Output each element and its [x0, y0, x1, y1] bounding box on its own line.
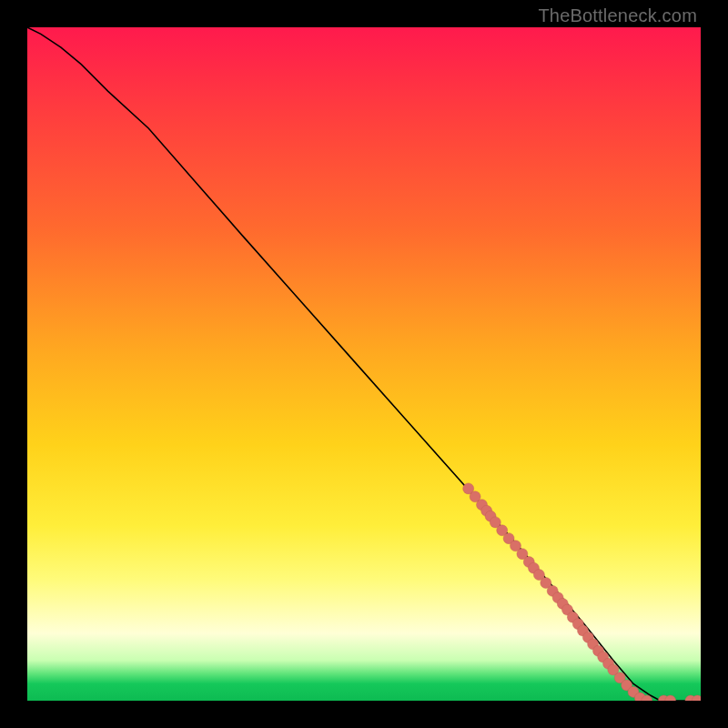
plot-area: [27, 27, 701, 701]
chart-frame: TheBottleneck.com: [0, 0, 728, 728]
chart-svg: [27, 27, 701, 701]
watermark-text: TheBottleneck.com: [538, 5, 697, 26]
curve-line: [27, 27, 701, 701]
marker-group: [463, 483, 701, 701]
